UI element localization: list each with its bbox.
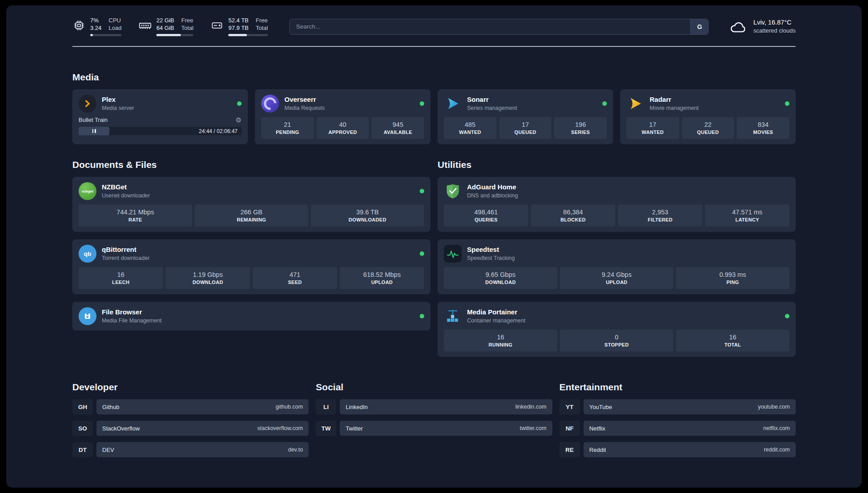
search: G	[289, 19, 709, 35]
ram-total: 64 GiB	[156, 25, 174, 32]
cpu-icon	[72, 19, 86, 32]
ram-label-1: Free	[181, 17, 193, 24]
app-title-plex: Plex	[102, 96, 134, 104]
pause-icon[interactable]	[92, 129, 96, 133]
section-title-social: Social	[316, 382, 552, 393]
stat-download: 1.19 GbpsDOWNLOAD	[166, 267, 250, 289]
stat-download: 9.65 GbpsDOWNLOAD	[444, 267, 557, 289]
stat-queued: 17QUEUED	[499, 117, 552, 139]
stat-stopped: 0STOPPED	[560, 330, 673, 351]
stat-seed: 471SEED	[253, 267, 337, 289]
ram-label-2: Total	[181, 25, 193, 32]
app-title-radarr: Radarr	[650, 96, 699, 104]
stat-latency: 47.571 msLATENCY	[705, 205, 789, 226]
documents-column: Documents & Files nzbget NZBGet Usenet d…	[72, 159, 430, 330]
cpu-widget: 7% CPU 3.24 Load	[72, 17, 121, 36]
card-qbittorrent[interactable]: qb qBittorrent Torrent downloader 16LEEC…	[72, 239, 430, 294]
media-card-grid: Plex Media server Bullet Train ⚙ 24:44 /…	[72, 89, 796, 144]
qbittorrent-icon: qb	[79, 245, 96, 263]
card-radarr[interactable]: Radarr Movie management 17WANTED 22QUEUE…	[620, 89, 796, 144]
stat-running: 16RUNNING	[444, 330, 557, 351]
cloud-icon	[728, 18, 748, 35]
disk-progress-bar	[228, 34, 268, 36]
speedtest-icon	[444, 245, 462, 263]
card-nzbget[interactable]: nzbget NZBGet Usenet downloader 744.21 M…	[72, 177, 430, 232]
stat-upload: 618.52 MbpsUPLOAD	[340, 267, 424, 289]
status-dot	[420, 101, 424, 106]
app-subtitle-radarr: Movie management	[650, 104, 699, 112]
card-portainer[interactable]: Media Portainer Container management 16R…	[438, 302, 796, 357]
ram-progress-bar	[156, 34, 193, 36]
card-sonarr[interactable]: Sonarr Series management 485WANTED 17QUE…	[438, 89, 613, 144]
plex-icon	[79, 95, 96, 113]
section-title-documents: Documents & Files	[72, 159, 430, 170]
bookmark-abbr: RE	[559, 442, 580, 457]
stat-leech: 16LEECH	[79, 267, 163, 289]
card-speedtest[interactable]: Speedtest Speedtest Tracking 9.65 GbpsDO…	[438, 239, 796, 294]
app-subtitle-qbittorrent: Torrent downloader	[102, 255, 150, 262]
stat-ping: 0.993 msPING	[676, 267, 789, 289]
cpu-load: 3.24	[90, 25, 101, 32]
stat-upload: 9.24 GbpsUPLOAD	[560, 267, 673, 289]
weather-widget[interactable]: Lviv, 16.87°C scattered clouds	[728, 18, 796, 35]
app-subtitle-adguard: DNS and adblocking	[467, 192, 518, 199]
stat-queries: 498,461QUERIES	[444, 205, 528, 226]
card-overseerr[interactable]: Overseerr Media Requests 21PENDING 40APP…	[255, 89, 430, 144]
app-title-adguard: AdGuard Home	[467, 183, 518, 191]
status-dot	[785, 314, 789, 318]
card-plex[interactable]: Plex Media server Bullet Train ⚙ 24:44 /…	[72, 89, 248, 144]
search-input[interactable]	[289, 19, 709, 35]
bookmark-youtube[interactable]: YT YouTubeyoutube.com	[559, 399, 796, 414]
topbar: 7% CPU 3.24 Load 22 GiB Free 64 GiB Tota…	[72, 17, 796, 36]
app-title-overseerr: Overseerr	[284, 96, 325, 104]
bookmark-abbr: DT	[72, 442, 93, 457]
card-adguard[interactable]: AdGuard Home DNS and adblocking 498,461Q…	[438, 177, 796, 232]
bookmark-abbr: SO	[72, 421, 93, 436]
sonarr-icon	[444, 95, 462, 113]
dashboard: 7% CPU 3.24 Load 22 GiB Free 64 GiB Tota…	[6, 5, 862, 488]
weather-condition: scattered clouds	[753, 27, 796, 35]
section-title-developer: Developer	[72, 382, 309, 393]
disk-label-1: Free	[256, 17, 268, 24]
stat-filtered: 2,953FILTERED	[618, 205, 702, 226]
stat-blocked: 86,384BLOCKED	[531, 205, 615, 226]
app-title-sonarr: Sonarr	[467, 96, 517, 104]
app-subtitle-sonarr: Series management	[467, 104, 517, 112]
app-subtitle-filebrowser: Media File Management	[102, 317, 162, 324]
bookmark-abbr: GH	[72, 399, 93, 414]
cpu-label-1: CPU	[108, 17, 121, 24]
bookmark-abbr: NF	[559, 421, 580, 436]
portainer-icon	[444, 307, 462, 325]
settings-gear-icon[interactable]: ⚙	[236, 117, 242, 123]
search-engine-button[interactable]: G	[690, 19, 708, 34]
bookmark-abbr: LI	[316, 399, 336, 414]
card-filebrowser[interactable]: File Browser Media File Management	[72, 302, 430, 330]
bookmark-linkedin[interactable]: LI LinkedInlinkedin.com	[316, 399, 552, 414]
bookmarks-entertainment: Entertainment YT YouTubeyoutube.com NF N…	[559, 382, 796, 457]
stat-wanted: 17WANTED	[626, 117, 679, 139]
stat-wanted: 485WANTED	[444, 117, 497, 139]
section-title-utilities: Utilities	[438, 159, 796, 170]
playback-time: 24:44 / 02:06:47	[199, 128, 238, 134]
status-dot	[420, 314, 424, 318]
status-dot	[237, 101, 242, 106]
app-subtitle-portainer: Container management	[467, 317, 526, 324]
bookmark-twitter[interactable]: TW Twittertwitter.com	[316, 421, 552, 436]
bookmark-netflix[interactable]: NF Netflixnetflix.com	[559, 421, 796, 436]
bookmark-reddit[interactable]: RE Redditreddit.com	[559, 442, 796, 457]
bookmarks-developer: Developer GH Githubgithub.com SO StackOv…	[72, 382, 309, 457]
stat-total: 16TOTAL	[676, 330, 789, 351]
app-title-nzbget: NZBGet	[102, 183, 150, 191]
ram-icon	[138, 19, 152, 32]
bookmark-stackoverflow[interactable]: SO StackOverflowstackoverflow.com	[72, 421, 309, 436]
playback-progress-fill	[79, 127, 109, 135]
bookmark-github[interactable]: GH Githubgithub.com	[72, 399, 309, 414]
playback-progress-bar[interactable]: 24:44 / 02:06:47	[79, 127, 242, 135]
bookmark-dev[interactable]: DT DEVdev.to	[72, 442, 309, 457]
disk-free: 52.4 TB	[228, 17, 248, 24]
stat-approved: 40APPROVED	[317, 117, 369, 139]
app-subtitle-nzbget: Usenet downloader	[102, 192, 150, 199]
app-subtitle-overseerr: Media Requests	[284, 104, 325, 112]
radarr-icon	[626, 95, 644, 113]
cpu-progress-bar	[90, 34, 121, 36]
